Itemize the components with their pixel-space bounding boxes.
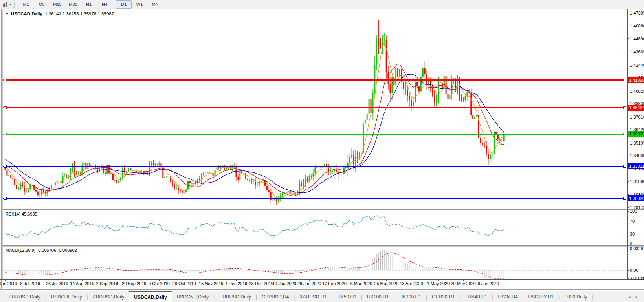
- macd-bar: [172, 270, 173, 271]
- macd-bar: [313, 269, 314, 270]
- macd-bar: [292, 270, 292, 273]
- candle-body: [257, 185, 258, 185]
- candle-body: [303, 183, 304, 185]
- macd-bar: [215, 269, 215, 270]
- candle-body: [409, 96, 410, 100]
- candle-body: [349, 157, 350, 163]
- macd-bar: [66, 270, 67, 270]
- macd-bar: [47, 270, 48, 274]
- candle-body: [316, 167, 317, 168]
- chart-title: ▼USDCAD,Daily 1.36141 1.36258 1.35978 1.…: [6, 11, 114, 16]
- macd-bar: [290, 270, 290, 273]
- candle-body: [467, 92, 468, 96]
- macd-bar: [18, 270, 19, 275]
- candle-body: [332, 171, 333, 172]
- candle-body: [203, 173, 204, 174]
- candle-body: [66, 176, 67, 177]
- candle-body: [105, 173, 106, 174]
- hline-handle[interactable]: [623, 133, 626, 135]
- macd-bar: [246, 270, 246, 271]
- candle-body: [282, 193, 283, 197]
- candle-body: [318, 168, 319, 168]
- macd-bar: [38, 270, 38, 275]
- macd-bar: [119, 270, 119, 271]
- candle-body: [20, 183, 21, 188]
- macd-bar: [198, 270, 198, 272]
- macd-bar: [61, 270, 61, 271]
- hline-handle[interactable]: [623, 165, 626, 167]
- candle-body: [347, 163, 349, 168]
- macd-bar: [42, 270, 42, 275]
- candle-body: [243, 173, 244, 173]
- macd-bar: [92, 268, 92, 271]
- candle-body: [245, 173, 246, 179]
- candle-body: [361, 153, 362, 154]
- hline-handle[interactable]: [623, 79, 626, 81]
- macd-bar: [440, 269, 440, 270]
- hline-handle[interactable]: [623, 197, 626, 200]
- macd-bar: [276, 270, 277, 274]
- macd-bar: [248, 270, 248, 271]
- candle-body: [403, 82, 404, 89]
- candle-body: [259, 181, 260, 185]
- candle-body: [432, 88, 433, 95]
- candle-body: [418, 86, 420, 91]
- date-axis-label: 23 Dec 2019: [249, 281, 273, 286]
- candle-body: [355, 157, 356, 164]
- hline-handle[interactable]: [623, 106, 626, 109]
- candle-body: [166, 176, 167, 177]
- rsi-axis-label: 30: [630, 232, 635, 236]
- candle-body: [288, 191, 289, 192]
- macd-bar: [97, 268, 98, 270]
- macd-bar: [330, 267, 331, 270]
- date-axis-label: 17 Feb 2020: [322, 281, 347, 286]
- candle-body: [465, 96, 466, 100]
- macd-bar: [224, 268, 225, 270]
- macd-bar: [86, 268, 86, 270]
- macd-bar: [250, 270, 250, 271]
- macd-bar: [484, 270, 485, 278]
- hline-handle[interactable]: [4, 197, 6, 200]
- macd-bar: [80, 269, 81, 270]
- candle-body: [97, 167, 98, 171]
- candle-body: [501, 141, 503, 141]
- macd-bar: [367, 263, 367, 271]
- hline-handle[interactable]: [4, 133, 6, 135]
- macd-bar: [7, 270, 7, 273]
- macd-axis-label: 0.032972: [630, 246, 644, 251]
- hline-handle[interactable]: [4, 165, 6, 167]
- rsi-axis-label: 0: [630, 242, 632, 246]
- hline-handle[interactable]: [4, 106, 6, 109]
- macd-axis-label: -0.01815: [630, 276, 644, 281]
- macd-bar: [280, 270, 281, 274]
- candle-body: [449, 95, 450, 99]
- date-axis-label: 15 Nov 2019: [199, 281, 223, 286]
- macd-bar: [70, 269, 71, 270]
- macd-bar: [297, 270, 298, 272]
- macd-bar: [504, 270, 504, 276]
- macd-bar: [238, 269, 238, 270]
- date-axis-label: 19 Jun 2019: [0, 281, 17, 286]
- candle-body: [37, 192, 39, 196]
- macd-bar: [109, 269, 109, 270]
- macd-bar: [5, 270, 6, 273]
- candle-body: [397, 68, 398, 77]
- macd-bar: [371, 260, 371, 270]
- macd-bar: [124, 270, 125, 271]
- candle-body: [112, 174, 114, 180]
- candle-body: [6, 170, 7, 176]
- candle-body: [440, 82, 441, 83]
- macd-bar: [34, 270, 34, 275]
- macd-bar: [278, 270, 279, 274]
- macd-bar: [49, 270, 50, 274]
- collapse-triangle-icon[interactable]: ▼: [6, 12, 9, 16]
- hline-handle[interactable]: [4, 79, 6, 81]
- macd-bar: [30, 270, 30, 275]
- chart-canvas[interactable]: 1.473051.460801.448901.436651.424401.412…: [0, 0, 644, 302]
- candle-body: [416, 82, 418, 86]
- macd-bar: [95, 268, 96, 270]
- candle-body: [191, 183, 193, 183]
- macd-bar: [465, 270, 466, 271]
- candle-body: [174, 185, 175, 188]
- date-axis-label: 26 Jul 2019: [46, 281, 68, 286]
